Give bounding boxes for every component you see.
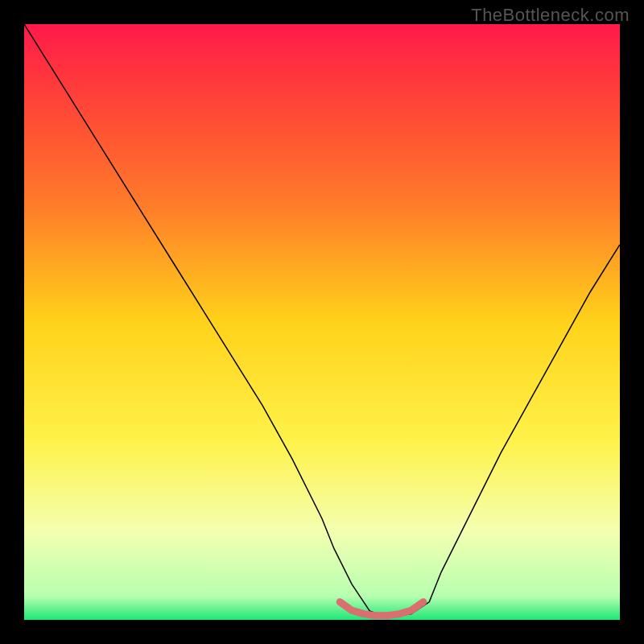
gradient-background	[24, 24, 620, 620]
watermark-text: TheBottleneck.com	[471, 5, 630, 26]
chart-svg	[24, 24, 620, 620]
chart-frame: TheBottleneck.com	[0, 0, 644, 644]
chart-plot	[24, 24, 620, 620]
